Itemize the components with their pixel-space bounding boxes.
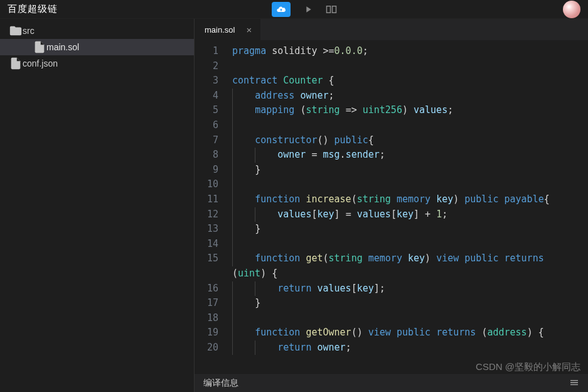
panel-icon[interactable]: [326, 5, 337, 14]
code-content[interactable]: pragma solidity >=0.0.0;contract Counter…: [230, 44, 588, 373]
folder-icon: [9, 24, 23, 38]
file-row-conf.json[interactable]: conf.json: [0, 55, 194, 72]
svg-rect-0: [326, 6, 330, 13]
tab-main-sol[interactable]: main.sol ×: [195, 19, 261, 40]
tree-item-label: src: [23, 26, 35, 36]
file-icon: [9, 57, 23, 70]
file-row-main.sol[interactable]: main.sol: [0, 39, 194, 55]
editor-area: main.sol × 12345678910111213141516171819…: [195, 19, 588, 392]
topbar: 百度超级链: [0, 0, 588, 19]
avatar[interactable]: [563, 1, 580, 18]
svg-rect-1: [332, 6, 336, 13]
file-icon: [33, 40, 46, 54]
tree-item-label: conf.json: [23, 58, 58, 68]
compile-info-label: 编译信息: [203, 378, 238, 389]
run-icon[interactable]: [303, 4, 313, 14]
brand-title: 百度超级链: [8, 3, 58, 15]
tab-bar: main.sol ×: [195, 19, 588, 40]
folder-row-src[interactable]: src: [0, 23, 194, 39]
deploy-button[interactable]: [272, 2, 291, 17]
tree-item-label: main.sol: [46, 42, 79, 52]
file-tree: srcmain.solconf.json: [0, 19, 195, 392]
code-editor[interactable]: 1234567891011121314151617181920 pragma s…: [195, 40, 588, 373]
cloud-upload-icon: [276, 4, 286, 14]
panel-toggle-icon[interactable]: [569, 378, 579, 388]
close-icon[interactable]: ×: [243, 24, 254, 35]
compile-info-bar[interactable]: 编译信息: [195, 373, 588, 392]
line-gutter: 1234567891011121314151617181920: [195, 44, 230, 373]
tab-label: main.sol: [205, 25, 235, 35]
